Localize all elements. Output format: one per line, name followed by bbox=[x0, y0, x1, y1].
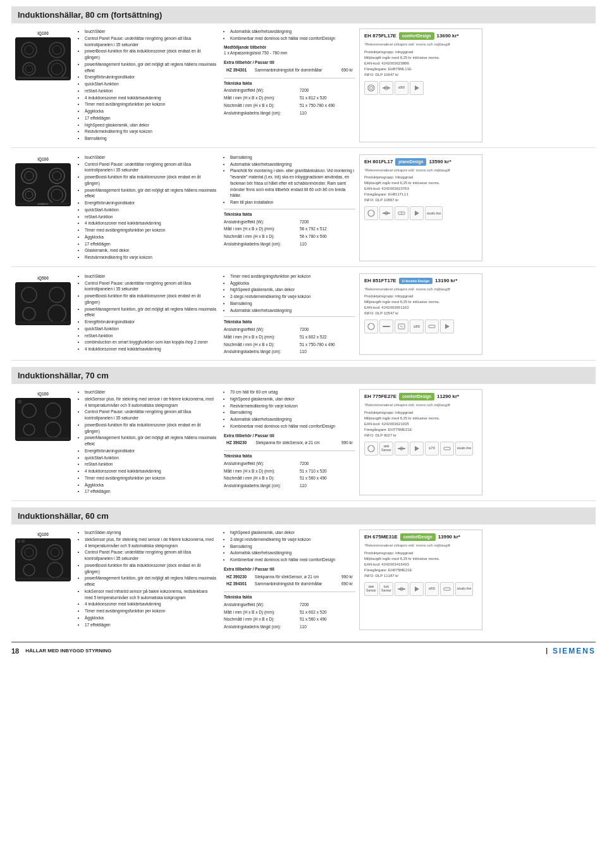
icons-row-4: stekSensor ≤70 studio.line bbox=[364, 442, 477, 456]
ean-3: EAN-kod: 4242003651162 bbox=[364, 305, 477, 311]
extra-row-4-1: HZ 390230 Stekpanna för stekSensor, ø 21… bbox=[225, 440, 354, 446]
model-number-2: EH 801FL17 bbox=[364, 158, 393, 166]
icon-studioline-5: studio.line bbox=[455, 582, 473, 596]
ean-2: EAN-kod: 4242003623763 bbox=[364, 186, 477, 192]
svg-rect-57 bbox=[15, 538, 71, 581]
matt-row-5: Mått i mm (H x B x D) (mm):51 x 602 x 52… bbox=[224, 609, 355, 616]
svg-rect-10 bbox=[18, 77, 68, 78]
hob-svg-5 bbox=[15, 538, 71, 581]
svg-rect-66 bbox=[16, 578, 70, 580]
page-footer: 18 HÄLLAR MED INBYGGD STYRNING | SIEMENS bbox=[11, 642, 596, 655]
svg-point-39 bbox=[368, 323, 374, 330]
rekommenderat-1: *Rekommenderat cirkapris inkl. moms och … bbox=[364, 42, 477, 47]
foregangare-2: Föregångare: EH811TL11 bbox=[364, 192, 477, 197]
extra-title-5: Extra tillbehör / Passar till bbox=[224, 566, 355, 573]
icon-induction-3 bbox=[364, 319, 378, 333]
section-header-60: Induktionshällar, 60 cm bbox=[11, 507, 596, 524]
svg-point-11 bbox=[368, 85, 374, 91]
foregangare-1: Föregångare: EH875ML11E bbox=[364, 66, 477, 72]
page: Induktionshällar, 80 cm (fortsättning) i… bbox=[0, 0, 607, 662]
svg-line-42 bbox=[400, 326, 403, 327]
product-row-eh875fl17e: iQ100 bbox=[11, 28, 596, 148]
icons-row-3: ≤80 bbox=[364, 319, 477, 333]
produktprisgrupp-3: Produktprisgrupp: Inbyggnad bbox=[364, 294, 477, 299]
svg-rect-70 bbox=[444, 588, 450, 590]
page-number: 18 bbox=[11, 647, 19, 655]
nischatt-row-3: Nischmått i mm (H x B x D):51 x 750-780 … bbox=[224, 342, 355, 348]
svg-rect-43 bbox=[429, 325, 435, 328]
price-5: 13990 kr* bbox=[438, 533, 460, 541]
anslutning-row-4: Anslutningseffekt (W):7200 bbox=[224, 461, 355, 467]
features-list-5-right: highSpeed glaskeramik, utan dekor 2-steg… bbox=[224, 530, 355, 563]
ean-5: EAN-kod: 4242003416433 bbox=[364, 562, 477, 567]
product-header-2: EH 801FL17 planoDesign 13590 kr* bbox=[364, 158, 477, 166]
icon-quickstart-5 bbox=[410, 582, 424, 596]
kabel-row-4: Anslutningskabelns längd (cm):110 bbox=[224, 483, 355, 489]
product-info-box-4: EH 775FE27E comfortDesign 11290 kr* *Rek… bbox=[359, 389, 482, 495]
icon-studioline-2: studio.line bbox=[425, 206, 443, 220]
icons-row-5: stekSensor kokSensor ≤60 studio.line bbox=[364, 582, 477, 596]
anslutning-row-2: Anslutningseffekt (W):7200 bbox=[224, 219, 355, 225]
produktprisgrupp-5: Produktprisgrupp: Inbyggnad bbox=[364, 550, 477, 556]
product-info-box-1: EH 875FL17E comfortDesign 13690 kr* *Rek… bbox=[359, 28, 482, 142]
features-col-3: touchSlider Control Panel Pause: underlä… bbox=[75, 273, 220, 355]
design-badge-1: comfortDesign bbox=[399, 32, 434, 40]
product-header-4: EH 775FE27E comfortDesign 11290 kr* bbox=[364, 393, 477, 400]
svg-rect-16 bbox=[15, 163, 71, 206]
anslutning-row-3: Anslutningseffekt (W):7200 bbox=[224, 326, 355, 333]
svg-rect-65 bbox=[21, 540, 25, 543]
icon-80-1: ≤80 bbox=[395, 81, 408, 95]
icon-koksensor-5: kokSensor bbox=[379, 582, 393, 596]
extra-title-1: Extra tillbehör / Passar till bbox=[224, 59, 355, 66]
svg-text:EH 801FL17: EH 801FL17 bbox=[38, 202, 49, 205]
produktprisgrupp-4: Produktprisgrupp: Inbyggnad bbox=[364, 410, 477, 416]
icons-row-1: ≤80 bbox=[364, 81, 477, 95]
icon-touchslide-3 bbox=[379, 319, 393, 333]
svg-marker-44 bbox=[445, 324, 450, 329]
miljoavgift-2: Miljöavgift ingår med 6,25 kr inklusive … bbox=[364, 180, 477, 186]
info-dlp-2: INFO: DLP 10867 kr bbox=[364, 197, 477, 203]
icon-induction-1 bbox=[364, 81, 378, 95]
model-label-1: iQ100 bbox=[37, 31, 49, 35]
rekommenderat-2: *Rekommenderat cirkapris inkl. moms och … bbox=[364, 168, 477, 173]
section-header-80: Induktionshällar, 80 cm (fortsättning) bbox=[11, 6, 596, 23]
svg-marker-15 bbox=[415, 85, 419, 90]
info-dlp-4: INFO: DLP 9027 kr bbox=[364, 433, 477, 438]
price-4: 11290 kr* bbox=[437, 393, 459, 400]
svg-rect-53 bbox=[398, 448, 405, 449]
icon-breed-5 bbox=[440, 582, 454, 596]
icon-quickstart-2 bbox=[410, 206, 424, 220]
middle-col-5: highSpeed glaskeramik, utan dekor 2-steg… bbox=[220, 530, 359, 630]
ean-1: EAN-kod: 4242003623886 bbox=[364, 61, 477, 66]
model-number-3: EH 851FT17E bbox=[364, 277, 396, 285]
icon-80-3: ≤80 bbox=[410, 319, 424, 333]
svg-point-27 bbox=[368, 210, 374, 216]
produktprisgrupp-2: Produktprisgrupp: Inbyggnad bbox=[364, 175, 477, 180]
svg-rect-64 bbox=[17, 540, 20, 543]
extra-table-5: HZ 390230 Stekpanna för stekSensor, ø 21… bbox=[224, 573, 355, 589]
svg-rect-67 bbox=[398, 588, 405, 590]
svg-rect-38 bbox=[16, 321, 70, 324]
svg-rect-56 bbox=[444, 447, 450, 450]
model-number-4: EH 775FE27E bbox=[364, 393, 396, 400]
svg-rect-45 bbox=[15, 398, 71, 441]
product-info-box-5: EH 675ME31E comfortDesign 13990 kr* *Rek… bbox=[359, 530, 482, 630]
miljoavgift-1: Miljöavgift ingår med 6,25 kr inklusive … bbox=[364, 55, 477, 61]
product-image-col-2: iQ100 EH 801FL17 bbox=[11, 154, 75, 261]
product-image-col-1: iQ100 bbox=[11, 28, 75, 142]
price-1: 13690 kr* bbox=[437, 32, 459, 40]
svg-rect-28 bbox=[383, 213, 390, 214]
icon-quickstart-4 bbox=[410, 442, 424, 456]
tekniska-title-2: Tekniska fakta bbox=[224, 209, 355, 218]
model-number-5: EH 675ME31E bbox=[364, 533, 398, 541]
design-badge-3: U-facette Design bbox=[399, 278, 432, 284]
extra-row-1: HZ 394301 Sammanbindningslsit för dominh… bbox=[225, 67, 354, 73]
features-col-1: touchSlider Control Panel Pause: underlä… bbox=[75, 28, 220, 142]
product-row-eh775fe27e: iQ100 touchSlider stekSen bbox=[11, 389, 596, 501]
model-number-1: EH 875FL17E bbox=[364, 32, 396, 40]
extra-row-5-2: HZ 394301 Sammanbindningslsit för dominh… bbox=[225, 581, 354, 587]
svg-rect-51 bbox=[16, 437, 70, 440]
product-info-box-2: EH 801FL17 planoDesign 13590 kr* *Rekomm… bbox=[359, 154, 482, 261]
features-list-1-right: Automatisk säkerhetsavstängning Kombiner… bbox=[224, 28, 355, 42]
middle-col-3: Timer med avstängningsfunktion per kokzo… bbox=[220, 273, 359, 355]
